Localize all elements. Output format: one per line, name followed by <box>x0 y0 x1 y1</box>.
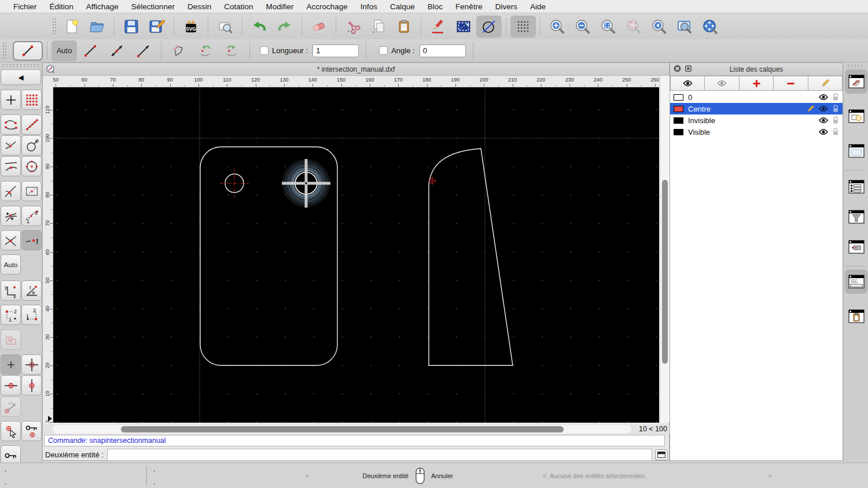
snap-intersection-button[interactable] <box>1 230 21 250</box>
menu-bloc[interactable]: Bloc <box>421 2 449 11</box>
toggle-selection-filter-button[interactable] <box>845 205 867 229</box>
add-layer-button[interactable] <box>740 76 774 91</box>
line-both-directions-button[interactable] <box>104 40 130 61</box>
layer-visibility-icon[interactable] <box>819 128 828 135</box>
edit-layer-button[interactable] <box>808 76 843 91</box>
layer-visibility-icon[interactable] <box>819 94 828 101</box>
drawing-window-titlebar[interactable]: * intersection_manual.dxf <box>43 63 669 76</box>
coordinate-xy-button[interactable]: yx <box>1 280 21 301</box>
copy-button[interactable]: + <box>366 16 391 38</box>
snap-intersection-manual-button[interactable]: ! <box>21 230 42 250</box>
angle-gauge-button[interactable] <box>1 397 21 417</box>
coordinate-polar-button[interactable]: ra <box>21 280 42 301</box>
menu-divers[interactable]: Divers <box>489 2 524 11</box>
drawing-canvas[interactable] <box>53 87 659 423</box>
palette-auto-button[interactable]: Auto <box>1 254 21 275</box>
horizontal-scrollbar-thumb[interactable] <box>121 426 564 432</box>
snap-intersection-12-button[interactable]: 12 <box>21 206 42 226</box>
zoom-auto-button[interactable] <box>595 16 621 38</box>
length-checkbox[interactable] <box>260 46 269 55</box>
toggle-clipboard-button[interactable] <box>845 304 867 328</box>
float-panel-button[interactable] <box>685 65 692 74</box>
menu-infos[interactable]: Infos <box>354 2 384 11</box>
toggle-pen-palette-button[interactable] <box>845 235 867 259</box>
vertical-scrollbar-thumb[interactable] <box>662 180 668 364</box>
restrict-horizontal-button[interactable] <box>1 375 21 395</box>
menu-fichier[interactable]: Fichier <box>7 2 43 11</box>
menu-affichage[interactable]: Affichage <box>80 2 125 11</box>
line-two-points-button[interactable] <box>77 40 104 61</box>
lock-relative-zero-button[interactable] <box>21 421 42 441</box>
toggle-entity-list-button[interactable] <box>845 175 867 199</box>
layer-lock-icon[interactable] <box>832 128 839 136</box>
layer-row-0[interactable]: 0 <box>670 91 843 103</box>
paste-button[interactable] <box>391 16 417 38</box>
toggle-block-list-button[interactable] <box>845 104 867 128</box>
snap-grid-button[interactable] <box>21 90 42 110</box>
snap-circle-button[interactable] <box>21 135 42 156</box>
layer-lock-icon[interactable] <box>832 116 839 124</box>
layer-color-swatch[interactable] <box>674 129 683 135</box>
snap-on-entity-button[interactable] <box>21 114 42 135</box>
keyboard-toggle-button[interactable] <box>655 449 668 460</box>
line-one-direction-button[interactable] <box>130 40 157 61</box>
layer-color-swatch[interactable] <box>674 106 683 112</box>
options-auto-toggle[interactable]: Auto <box>52 40 77 61</box>
redo-segment-button[interactable] <box>219 40 245 61</box>
angle-checkbox[interactable] <box>379 46 388 55</box>
layer-color-swatch[interactable] <box>674 94 683 101</box>
pen-attributes-button[interactable] <box>425 16 451 38</box>
menu-dessin[interactable]: Dessin <box>181 2 218 11</box>
layer-lock-icon[interactable] <box>832 105 839 113</box>
toggle-library-browser-button[interactable] <box>845 139 867 163</box>
menu-fenetre[interactable]: Fenêtre <box>449 2 489 11</box>
command-input[interactable] <box>107 449 652 461</box>
close-panel-button[interactable] <box>674 65 681 74</box>
restrict-orthogonal-button[interactable] <box>21 354 42 375</box>
cut-button[interactable]: + <box>340 16 366 38</box>
layer-row-invisible[interactable]: Invisible <box>670 114 843 126</box>
snap-to-selection-button[interactable] <box>1 421 21 441</box>
layer-color-swatch[interactable] <box>674 117 683 124</box>
snap-middle-manual-button[interactable] <box>1 330 21 350</box>
save-button[interactable] <box>119 16 144 38</box>
undo-segment-button[interactable] <box>192 40 219 61</box>
side-profile-entity[interactable] <box>429 149 513 365</box>
menu-accrochage[interactable]: Accrochage <box>300 2 354 11</box>
show-all-layers-button[interactable] <box>670 76 705 91</box>
points-12-b-button[interactable]: 12 <box>21 305 42 325</box>
export-svg-button[interactable]: SVG <box>178 16 204 38</box>
circle-line-button[interactable] <box>476 16 502 38</box>
zoom-out-button[interactable] <box>570 16 595 38</box>
zoom-previous-button[interactable] <box>646 16 672 38</box>
redo-button[interactable] <box>272 16 297 38</box>
save-as-button[interactable] <box>144 16 170 38</box>
toggle-command-window-button[interactable] <box>845 269 867 294</box>
vertical-scrollbar[interactable] <box>660 76 670 423</box>
layer-edit-icon[interactable] <box>806 105 815 113</box>
undo-button[interactable] <box>247 16 272 38</box>
snap-intersection-auto-button[interactable] <box>1 206 21 226</box>
menu-cotation[interactable]: Cotation <box>218 2 259 11</box>
length-input[interactable] <box>312 45 359 57</box>
hide-all-layers-button[interactable] <box>705 76 739 91</box>
zoom-pan-button[interactable] <box>697 16 723 38</box>
layer-row-centre[interactable]: Centre <box>670 103 843 114</box>
select-window-button[interactable] <box>451 16 476 38</box>
horizontal-scrollbar[interactable] <box>53 425 631 434</box>
snap-endpoints-button[interactable] <box>1 114 21 135</box>
snap-tangent-button[interactable] <box>1 181 21 201</box>
left-hole-entity[interactable] <box>220 169 249 198</box>
zoom-window-button[interactable] <box>672 16 697 38</box>
palette-back-button[interactable]: ◀ <box>1 69 41 85</box>
open-file-button[interactable] <box>84 16 110 38</box>
snap-middle-button[interactable] <box>1 156 21 176</box>
zoom-selection-button[interactable] <box>621 16 646 38</box>
menu-selectionner[interactable]: Sélectionner <box>125 2 181 11</box>
restrict-vertical-button[interactable] <box>21 375 42 395</box>
restrict-nothing-button[interactable] <box>1 354 21 375</box>
new-document-button[interactable] <box>59 16 84 38</box>
close-polyline-button[interactable] <box>165 40 192 61</box>
grid-toggle-button[interactable] <box>510 16 536 38</box>
menu-aide[interactable]: Aide <box>524 2 552 11</box>
